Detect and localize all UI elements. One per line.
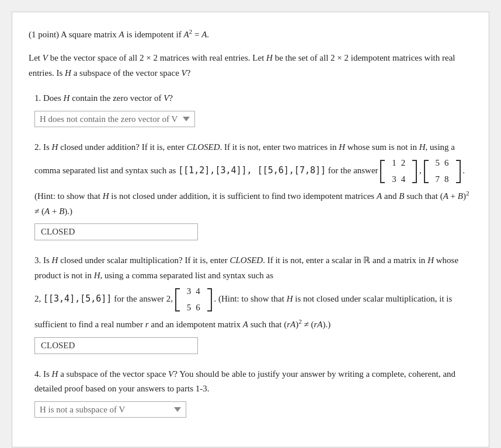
intro-section: (1 point) A square matrix A is idempoten…: [29, 26, 472, 41]
question-3-input[interactable]: [34, 337, 198, 354]
question-2-label: 2. Is H closed under addition? If it is,…: [34, 140, 472, 219]
q3-text-example: 2, [[3,4],[5,6]] for the answer 2,: [34, 294, 175, 303]
questions-section: 1. Does H contain the zero vector of V? …: [34, 91, 472, 418]
question-2: 2. Is H closed under addition? If it is,…: [34, 140, 472, 241]
q2-text-for: for the answer: [328, 166, 381, 175]
question-4: 4. Is H a subspace of the vector space V…: [34, 367, 472, 418]
q2-comma: ,: [419, 166, 424, 175]
intro-line1: (1 point) A square matrix A is idempoten…: [29, 26, 472, 41]
matrix-1-display: 12 34: [380, 155, 417, 188]
page-container: (1 point) A square matrix A is idempoten…: [12, 12, 489, 447]
question-3-label: 3. Is H closed under scalar multiplicati…: [34, 253, 472, 332]
question-4-select[interactable]: H is not a subspace of V H is a subspace…: [34, 401, 186, 418]
q3-text-pre: 3. Is H closed under scalar multiplicati…: [34, 256, 458, 280]
matrix-3-display: 34 56: [175, 283, 212, 316]
question-4-input-wrapper: H is not a subspace of V H is a subspace…: [34, 401, 472, 418]
problem-text-line: Let V be the vector space of all 2 × 2 m…: [29, 51, 472, 80]
question-1-select[interactable]: H does not contain the zero vector of V …: [34, 111, 195, 127]
problem-description: Let V be the vector space of all 2 × 2 m…: [29, 51, 472, 80]
question-1-label: 1. Does H contain the zero vector of V?: [34, 91, 472, 106]
question-1: 1. Does H contain the zero vector of V? …: [34, 91, 472, 127]
question-1-input-wrapper: H does not contain the zero vector of V …: [34, 111, 472, 127]
question-4-label: 4. Is H a subspace of the vector space V…: [34, 367, 472, 397]
question-2-input[interactable]: [34, 223, 198, 240]
matrix-2-display: 56 78: [424, 155, 461, 188]
question-3: 3. Is H closed under scalar multiplicati…: [34, 253, 472, 354]
